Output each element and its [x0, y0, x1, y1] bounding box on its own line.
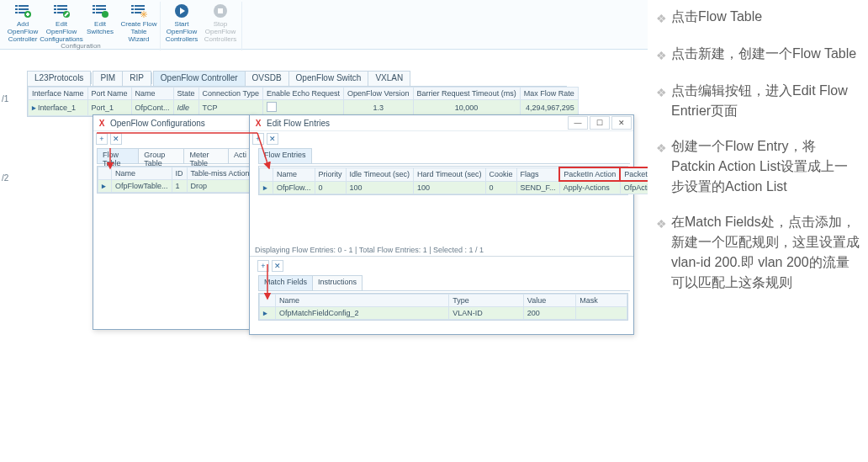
col-state[interactable]: State: [173, 88, 198, 100]
flow-table-grid: Name ID Table-miss Action ▸ OfpFlowTable…: [97, 166, 251, 194]
bullet-icon: ❖: [656, 45, 671, 66]
note-item: ❖点击Flow Table: [656, 7, 860, 29]
col-table-miss[interactable]: Table-miss Action: [187, 167, 253, 180]
cell-conn-type: TCP: [198, 100, 262, 116]
table-header-row: Name Type Value Mask: [260, 295, 627, 307]
add-icon[interactable]: +: [252, 133, 264, 145]
dialog-title: Edit Flow Entries: [267, 119, 330, 128]
ribbon-label: Edit Switches: [81, 20, 119, 35]
table-row[interactable]: ▸ OfpFlow... 0 100 100 0 SEND_F... Apply…: [260, 181, 695, 194]
add-icon[interactable]: +: [257, 260, 269, 272]
scenario-label-1: /1: [2, 94, 8, 104]
col-connection-type[interactable]: Connection Type: [198, 88, 262, 100]
wizard-icon: [130, 3, 147, 19]
tab-ovsdb[interactable]: OVSDB: [245, 71, 289, 86]
cell-max-rate: 4,294,967,295: [520, 100, 578, 116]
svg-rect-19: [96, 8, 106, 10]
tab-group-table[interactable]: Group Table: [138, 148, 184, 163]
maximize-button[interactable]: ☐: [590, 116, 610, 130]
cell-name: OfpFlowTable...: [112, 180, 172, 193]
table-row[interactable]: ▸ OfpMatchFieldConfig_2 VLAN-ID 200: [260, 307, 627, 320]
tab-meter-table[interactable]: Meter Table: [183, 148, 229, 163]
col-name[interactable]: Name: [131, 88, 173, 100]
cell-barrier: 10,000: [413, 100, 520, 116]
col-id[interactable]: ID: [172, 167, 187, 180]
row-indicator-icon: ▸: [263, 183, 267, 192]
col-flags[interactable]: Flags: [516, 167, 559, 181]
tab-match-fields[interactable]: Match Fields: [258, 275, 313, 290]
start-openflow-controllers-button[interactable]: Start OpenFlow Controllers: [162, 2, 201, 42]
col-type[interactable]: Type: [449, 295, 524, 307]
dialog-title-bar[interactable]: X OpenFlow Configurations: [93, 115, 255, 131]
svg-rect-0: [15, 5, 18, 7]
cell-packetin-action: Apply-Actions: [559, 181, 620, 194]
tab-flow-entries[interactable]: Flow Entries: [258, 148, 312, 163]
tab-openflow-controller[interactable]: OpenFlow Controller: [153, 71, 246, 86]
minimize-button[interactable]: —: [568, 116, 588, 130]
tab-openflow-switch[interactable]: OpenFlow Switch: [288, 71, 369, 86]
svg-rect-14: [57, 12, 64, 13]
tab-pim[interactable]: PIM: [93, 71, 123, 86]
delete-icon[interactable]: ✕: [110, 133, 122, 145]
row-indicator-icon: ▸: [32, 104, 36, 112]
cell-idle: 100: [346, 181, 414, 194]
note-item: ❖创建一个Flow Entry，将Patckin Action List设置成上…: [656, 136, 860, 197]
bullet-icon: ❖: [656, 214, 671, 234]
ribbon-group-label: [162, 42, 240, 50]
col-barrier-timeout[interactable]: Barrier Request Timeout (ms): [413, 88, 520, 100]
table-header-row: Interface Name Port Name Name State Conn…: [29, 88, 579, 100]
list-plus-icon: [14, 3, 31, 19]
ribbon-group-run: Start OpenFlow Controllers Stop OpenFlow…: [161, 2, 242, 50]
bullet-icon: ❖: [656, 82, 671, 103]
svg-rect-11: [54, 8, 56, 10]
bullet-icon: ❖: [656, 138, 671, 158]
instruction-notes: ❖点击Flow Table ❖点击新建，创建一个Flow Table ❖点击编辑…: [648, 0, 868, 462]
add-icon[interactable]: +: [96, 133, 108, 145]
col-port-name[interactable]: Port Name: [87, 88, 131, 100]
tab-flow-table[interactable]: Flow Table: [97, 148, 139, 163]
flow-entries-status: Displaying Flow Entries: 0 - 1 | Total F…: [255, 246, 628, 254]
note-item: ❖点击编辑按钮，进入Edit Flow Entrier页面: [656, 81, 860, 121]
cell-interface: Interface_1: [38, 104, 76, 112]
col-priority[interactable]: Priority: [315, 167, 346, 181]
tab-l23protocols[interactable]: L23Protocols: [27, 71, 91, 86]
edit-switches-button[interactable]: Edit Switches: [81, 2, 119, 42]
col-idle-timeout[interactable]: Idle Timeout (sec): [346, 167, 414, 181]
svg-rect-26: [135, 8, 145, 10]
dialog-title-bar[interactable]: X Edit Flow Entries — ☐ ✕: [250, 115, 633, 131]
table-row[interactable]: ▸Interface_1 Port_1 OfpCont... Idle TCP …: [29, 100, 579, 116]
app-logo-icon: X: [97, 118, 107, 128]
close-button[interactable]: ✕: [611, 116, 632, 130]
list-switch-icon: [92, 3, 108, 19]
cell-name: OfpFlow...: [273, 181, 315, 194]
delete-icon[interactable]: ✕: [272, 260, 283, 272]
flow-entries-tabs: Flow Entries: [258, 148, 630, 164]
svg-rect-21: [96, 12, 103, 13]
tab-instructions[interactable]: Instructions: [312, 275, 363, 290]
col-cookie[interactable]: Cookie: [485, 167, 516, 181]
svg-rect-25: [131, 8, 134, 10]
col-value[interactable]: Value: [523, 295, 575, 307]
col-name[interactable]: Name: [112, 167, 172, 180]
tab-vxlan[interactable]: VXLAN: [368, 71, 410, 86]
toolbar: + ✕: [250, 131, 633, 146]
col-enable-echo[interactable]: Enable Echo Request: [262, 88, 343, 100]
protocol-tabs: L23Protocols PIM RIP OpenFlow Controller…: [27, 71, 410, 87]
cell-miss: Drop: [187, 180, 253, 193]
col-name[interactable]: Name: [276, 295, 449, 307]
col-of-version[interactable]: OpenFlow Version: [344, 88, 414, 100]
col-packetin-action[interactable]: PacketIn Action: [559, 167, 620, 181]
tab-rip[interactable]: RIP: [122, 71, 151, 86]
col-max-flow-rate[interactable]: Max Flow Rate: [520, 88, 578, 100]
stop-openflow-controllers-button: Stop OpenFlow Controllers: [201, 2, 240, 42]
col-hard-timeout[interactable]: Hard Timeout (sec): [414, 167, 486, 181]
table-row[interactable]: ▸ OfpFlowTable... 1 Drop: [98, 180, 254, 193]
col-name[interactable]: Name: [273, 167, 315, 181]
col-interface-name[interactable]: Interface Name: [29, 88, 88, 100]
col-mask[interactable]: Mask: [576, 295, 627, 307]
edit-openflow-configurations-button[interactable]: Edit OpenFlow Configurations: [42, 2, 81, 42]
cell-enable-echo[interactable]: [262, 100, 343, 116]
create-flow-table-wizard-button[interactable]: Create Flow Table Wizard: [119, 2, 158, 42]
delete-icon[interactable]: ✕: [267, 133, 278, 145]
add-openflow-controller-button[interactable]: Add OpenFlow Controller: [3, 2, 42, 42]
